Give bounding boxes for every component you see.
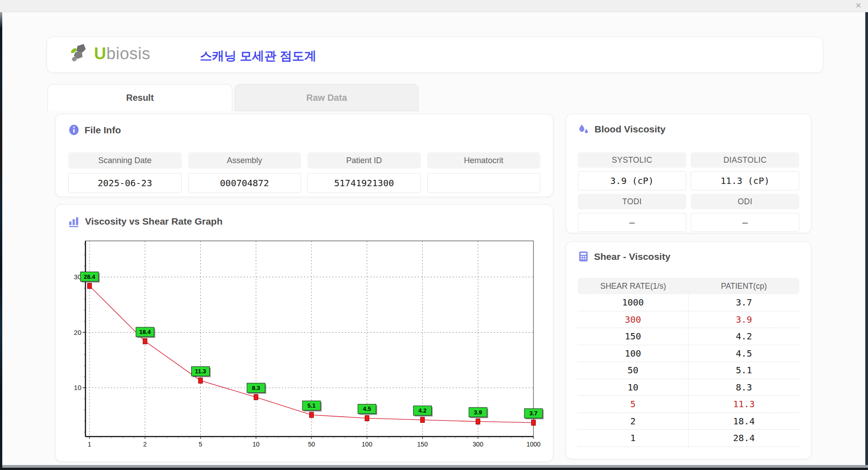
- patient-cp-cell: 11.3: [689, 396, 799, 413]
- bv-metric-label: ODI: [691, 194, 799, 209]
- table-row: 128.4: [578, 430, 799, 447]
- table-row: 1004.5: [578, 345, 799, 362]
- file-info-field-value: 51741921300: [307, 173, 421, 193]
- shear-rate-cell: 100: [578, 345, 689, 362]
- bv-metric-value: 3.9 (cP): [578, 171, 686, 190]
- graph-title: Viscosity vs Shear Rate Graph: [85, 216, 222, 227]
- svg-text:1000: 1000: [526, 441, 540, 448]
- app-window: ✕ Ubiosis 스캐닝 모세관 점도계 Result Raw Data Fi…: [0, 0, 868, 470]
- shear-rate-cell: 1: [578, 430, 689, 446]
- svg-text:10: 10: [252, 441, 259, 448]
- svg-text:150: 150: [417, 441, 428, 448]
- table-row: 10003.7: [578, 294, 799, 311]
- svg-text:4.2: 4.2: [418, 407, 426, 414]
- blood-viscosity-card: Blood Viscosity SYSTOLICDIASTOLIC3.9 (cP…: [566, 114, 811, 233]
- patient-cp-cell: 18.4: [689, 413, 799, 430]
- calculator-icon: [578, 251, 589, 262]
- svg-text:30: 30: [74, 273, 81, 281]
- file-info-field-label: Patient ID: [307, 152, 421, 169]
- tab-result[interactable]: Result: [47, 84, 232, 111]
- table-row: 108.3: [578, 379, 799, 396]
- file-info-field-label: Hematocrit: [427, 152, 541, 169]
- info-icon: [68, 124, 80, 136]
- patient-cp-cell: 28.4: [689, 430, 799, 446]
- app-title: 스캐닝 모세관 점도계: [200, 48, 316, 64]
- bv-metric-value: –: [578, 213, 686, 232]
- window-edge-right: [865, 12, 868, 465]
- bv-metric-label: DIASTOLIC: [691, 152, 799, 168]
- shear-rate-cell: 5: [578, 396, 689, 413]
- shear-rate-cell: 10: [578, 379, 689, 396]
- file-info-field-value: 2025-06-23: [68, 173, 182, 193]
- svg-text:11.3: 11.3: [195, 368, 206, 375]
- brand-u: U: [94, 44, 106, 63]
- shear-rate-cell: 50: [578, 362, 689, 379]
- svg-text:28.4: 28.4: [84, 273, 95, 280]
- droplets-icon: [578, 123, 590, 135]
- brand-text: Ubiosis: [94, 44, 151, 63]
- shear-rate-cell: 1000: [578, 294, 689, 311]
- svg-text:5.1: 5.1: [307, 402, 316, 409]
- patient-cp-cell: 5.1: [689, 362, 799, 379]
- bv-metric-value: –: [691, 213, 799, 232]
- file-info-card: File Info Scanning DateAssemblyPatient I…: [55, 114, 553, 197]
- file-info-title: File Info: [85, 125, 121, 136]
- patient-cp-cell: 8.3: [689, 379, 799, 396]
- svg-text:3.9: 3.9: [474, 409, 482, 416]
- shear-table-body: 10003.73003.91504.21004.5505.1108.3511.3…: [578, 294, 799, 447]
- svg-text:20: 20: [74, 329, 81, 336]
- svg-text:300: 300: [473, 441, 484, 448]
- tab-raw-data[interactable]: Raw Data: [235, 84, 419, 111]
- shear-rate-cell: 150: [578, 328, 689, 345]
- patient-cp-cell: 4.2: [689, 328, 799, 345]
- window-titlebar: [0, 0, 868, 12]
- bar-chart-icon: [68, 216, 80, 227]
- viscosity-chart: 1020301251050100150300100028.418.411.38.…: [67, 235, 543, 461]
- bv-metric-value: 11.3 (cP): [691, 171, 799, 190]
- window-edge-left: [0, 0, 2, 470]
- shear-viscosity-title-row: Shear - Viscosity: [578, 251, 670, 262]
- patient-cp-cell: 4.5: [689, 345, 799, 362]
- svg-text:4.5: 4.5: [363, 405, 371, 412]
- shear-viscosity-card: Shear - Viscosity SHEAR RATE(1/s)PATIENT…: [566, 241, 811, 459]
- blood-viscosity-title: Blood Viscosity: [594, 124, 665, 135]
- shear-viscosity-table: SHEAR RATE(1/s)PATIENT(cp) 10003.73003.9…: [578, 278, 799, 447]
- graph-title-row: Viscosity vs Shear Rate Graph: [68, 216, 222, 227]
- shear-viscosity-title: Shear - Viscosity: [594, 251, 670, 262]
- svg-text:8.3: 8.3: [252, 385, 260, 391]
- brand-logo: Ubiosis: [70, 43, 151, 64]
- file-info-field-value: 000704872: [188, 173, 302, 193]
- shear-rate-cell: 2: [578, 413, 689, 430]
- svg-text:50: 50: [308, 441, 315, 448]
- file-info-field-label: Scanning Date: [68, 152, 182, 169]
- svg-text:1: 1: [88, 441, 91, 448]
- table-row: 511.3: [578, 396, 799, 413]
- blood-viscosity-grid: SYSTOLICDIASTOLIC3.9 (cP)11.3 (cP)TODIOD…: [578, 152, 799, 232]
- svg-text:100: 100: [362, 441, 373, 448]
- close-icon[interactable]: ✕: [855, 1, 862, 10]
- table-row: 1504.2: [578, 328, 799, 345]
- patient-cp-cell: 3.7: [689, 294, 799, 311]
- svg-text:10: 10: [74, 384, 81, 391]
- shear-table-col-header: SHEAR RATE(1/s): [578, 278, 689, 294]
- svg-text:2: 2: [143, 441, 147, 448]
- brand-header-card: Ubiosis 스캐닝 모세관 점도계: [47, 37, 823, 73]
- shear-table-header: SHEAR RATE(1/s)PATIENT(cp): [578, 278, 799, 294]
- bv-metric-label: TODI: [578, 194, 686, 209]
- graph-card: Viscosity vs Shear Rate Graph 1020301251…: [55, 204, 553, 462]
- table-row: 3003.9: [578, 311, 799, 329]
- file-info-title-row: File Info: [68, 124, 121, 136]
- ubiosis-logo-icon: [70, 43, 90, 64]
- file-info-grid: Scanning DateAssemblyPatient IDHematocri…: [68, 152, 540, 193]
- file-info-field-value: [427, 173, 541, 193]
- table-row: 218.4: [578, 413, 799, 430]
- taskbar-strip: [0, 468, 868, 470]
- patient-cp-cell: 3.9: [689, 311, 799, 328]
- bv-metric-label: SYSTOLIC: [578, 152, 686, 168]
- blood-viscosity-title-row: Blood Viscosity: [578, 123, 665, 135]
- svg-text:18.4: 18.4: [139, 329, 151, 335]
- shear-rate-cell: 300: [578, 311, 689, 328]
- brand-rest: biosis: [106, 44, 151, 63]
- shear-table-col-header: PATIENT(cp): [689, 278, 799, 294]
- svg-text:3.7: 3.7: [529, 410, 538, 417]
